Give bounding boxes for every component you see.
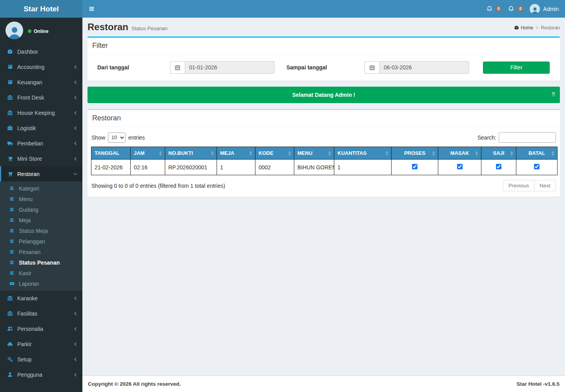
table-row: 21-02-2026 02:16 RP.2026020001 1 0002 BI…	[91, 160, 558, 175]
column-header-menu[interactable]: MENU	[294, 147, 334, 160]
submenu-item-label: Status Meja	[19, 228, 78, 234]
sidebar-item-setup[interactable]: Setup	[0, 352, 82, 367]
submenu-item-label: Pelanggan	[19, 238, 78, 245]
table-box-title: Restoran	[87, 110, 560, 127]
masak-checkbox[interactable]	[457, 164, 463, 169]
content-header: Restoran Status Pesanan Home > Restoran	[82, 18, 565, 36]
avatar-person-icon	[7, 24, 22, 39]
column-header-kuantitas[interactable]: KUANTITAS	[334, 147, 392, 160]
from-date-label: Dari tanggal	[92, 64, 170, 71]
column-header-masak[interactable]: MASAK	[438, 147, 481, 160]
batal-checkbox[interactable]	[534, 164, 539, 169]
sidebar-item-house-keeping[interactable]: House Keeping	[0, 105, 82, 120]
sidebar-item-logistik[interactable]: Logistik	[0, 120, 82, 136]
proses-checkbox[interactable]	[412, 164, 417, 169]
app-logo[interactable]: Star Hotel	[0, 0, 82, 18]
cell-batal	[516, 160, 558, 175]
column-header-no-bukti[interactable]: NO.BUKTI	[165, 147, 217, 160]
breadcrumb: Home > Restoran	[514, 25, 560, 31]
previous-page-button[interactable]: Previous	[503, 180, 535, 191]
sort-icon	[385, 151, 389, 156]
bank-icon	[7, 310, 14, 316]
search-input[interactable]	[499, 132, 556, 143]
restoran-submenu: Kategori Menu Gudang Meja Status Meja	[0, 181, 82, 290]
sidebar-toggle-button[interactable]	[82, 0, 100, 18]
cell-jam: 02:16	[131, 160, 165, 175]
column-header-kode[interactable]: KODE	[255, 147, 294, 160]
sidebar-item-restoran[interactable]: Restoran	[0, 166, 82, 181]
restoran-table-box: Restoran Show 10 entries Search:	[87, 109, 560, 197]
sidebar-item-label: Personalia	[17, 326, 73, 332]
search-label: Search:	[478, 134, 496, 141]
list-icon	[9, 228, 16, 233]
sidebar-item-label: Pembelian	[17, 140, 73, 147]
column-header-batal[interactable]: BATAL	[516, 147, 558, 160]
notifications-button-1[interactable]: 0	[486, 5, 503, 12]
calendar-icon	[365, 61, 379, 74]
submenu-item-menu[interactable]: Menu	[0, 194, 82, 204]
briefcase-icon	[7, 125, 14, 131]
chevron-left-icon	[73, 156, 78, 161]
submenu-item-kasir[interactable]: Kasir	[0, 268, 82, 278]
column-header-proses[interactable]: PROSES	[392, 147, 438, 160]
sidebar-item-karaoke[interactable]: Karaoke	[0, 290, 82, 306]
submenu-item-pelanggan[interactable]: Pelanggan	[0, 236, 82, 247]
column-header-tanggal[interactable]: TANGGAL	[91, 147, 131, 160]
breadcrumb-home-link[interactable]: Home	[514, 25, 533, 31]
breadcrumb-home-label: Home	[521, 25, 533, 31]
cell-no-bukti: RP.2026020001	[165, 160, 217, 175]
alert-close-icon[interactable]: ×	[552, 90, 555, 96]
welcome-alert-text: Selamat Datang Admin !	[292, 92, 355, 98]
filter-button[interactable]: Filter	[483, 62, 550, 74]
table-header-row: TANGGAL JAM NO.BUKTI MEJA KODE MENU KUAN…	[91, 147, 558, 160]
notifications-button-2[interactable]: 0	[508, 5, 524, 12]
saji-checkbox[interactable]	[496, 164, 501, 169]
sidebar-item-dashbor[interactable]: Dashbor	[0, 44, 82, 59]
column-header-saji[interactable]: SAJI	[481, 147, 516, 160]
sort-icon	[510, 151, 514, 156]
submenu-item-meja[interactable]: Meja	[0, 215, 82, 225]
bank-icon	[7, 295, 14, 301]
cell-menu: BIHUN GORENG	[294, 160, 334, 175]
sidebar-item-front-desk[interactable]: Front Desk	[0, 90, 82, 105]
user-menu-button[interactable]: Admin	[530, 4, 559, 14]
chevron-left-icon	[73, 296, 78, 301]
user-icon	[7, 372, 14, 377]
cell-proses	[392, 160, 438, 175]
cell-kuantitas: 1	[334, 160, 392, 175]
table-box-body: Show 10 entries Search:	[87, 127, 560, 197]
to-date-input[interactable]	[379, 61, 469, 74]
from-date-input[interactable]	[185, 61, 275, 74]
column-header-jam[interactable]: JAM	[131, 147, 165, 160]
page-subtitle: Status Pesanan	[131, 25, 168, 31]
submenu-item-status-pesanan[interactable]: Status Pesanan	[0, 257, 82, 268]
submenu-item-kategori[interactable]: Kategori	[0, 183, 82, 194]
sidebar-item-accounting[interactable]: Accounting	[0, 59, 82, 74]
sidebar-item-parkir[interactable]: Parkir	[0, 336, 82, 352]
chevron-left-icon	[73, 95, 78, 100]
show-label: Show	[91, 134, 105, 141]
column-header-meja[interactable]: MEJA	[217, 147, 255, 160]
datatable-controls: Show 10 entries Search:	[91, 131, 556, 144]
next-page-button[interactable]: Next	[534, 180, 556, 191]
sidebar-item-pengguna[interactable]: Pengguna	[0, 367, 82, 382]
datatable-footer: Showing 0 to 0 of 0 entries (filtered fr…	[91, 180, 556, 192]
sort-icon	[475, 151, 479, 156]
submenu-item-gudang[interactable]: Gudang	[0, 204, 82, 215]
sidebar: Star Hotel Online Dashbor Accounting Keu…	[0, 0, 82, 392]
copyright-text: Copyright © 2026 All rights reserved.	[88, 381, 181, 387]
submenu-item-pesanan[interactable]: Pesanan	[0, 247, 82, 257]
bank-icon	[7, 110, 14, 116]
sidebar-user-panel: Online	[0, 18, 82, 44]
submenu-item-laporan[interactable]: Laporan	[0, 278, 82, 289]
sidebar-item-keuangan[interactable]: Keuangan	[0, 74, 82, 90]
page-length-select[interactable]: 10	[108, 132, 126, 143]
sidebar-item-label: Front Desk	[17, 94, 73, 101]
sidebar-item-mini-store[interactable]: Mini Store	[0, 151, 82, 166]
sidebar-item-pembelian[interactable]: Pembelian	[0, 136, 82, 151]
chevron-left-icon	[73, 342, 78, 347]
sidebar-item-fasilitas[interactable]: Fasilitas	[0, 306, 82, 321]
sidebar-item-label: Parkir	[17, 341, 73, 347]
sidebar-item-personalia[interactable]: Personalia	[0, 321, 82, 336]
submenu-item-status-meja[interactable]: Status Meja	[0, 225, 82, 236]
